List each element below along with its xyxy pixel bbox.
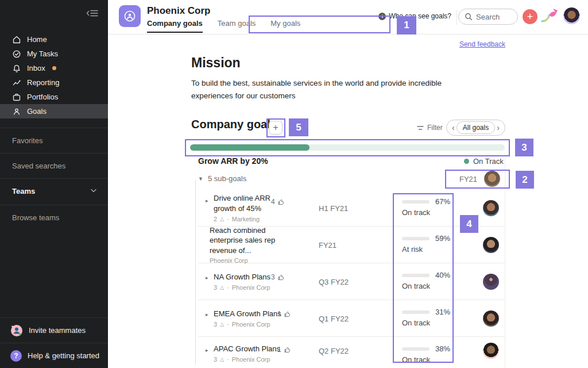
- create-button[interactable]: +: [523, 9, 537, 24]
- expand-arrow-icon[interactable]: ▸: [206, 275, 208, 281]
- likes-count[interactable]: 3: [271, 273, 285, 281]
- triangle-down-icon: ▼: [198, 176, 203, 182]
- header-divider: [457, 10, 457, 25]
- goal-row[interactable]: ▸ APAC Growth Plans 3△·Phoenix Corp 1 Q2…: [198, 337, 505, 368]
- goal-row-avatar[interactable]: [483, 274, 499, 290]
- goal-row-meta: 3△·Phoenix Corp: [214, 284, 289, 291]
- sidebar-item-inbox[interactable]: Inbox: [0, 61, 108, 75]
- filter-icon: [417, 125, 424, 131]
- sidebar-collapse-icon[interactable]: [86, 9, 99, 17]
- overall-progress-bar[interactable]: [190, 144, 505, 151]
- tree-connector-line: [195, 179, 196, 365]
- sidebar-section-browse-teams: Browse teams: [0, 205, 108, 230]
- subgoals-toggle[interactable]: ▼ 5 sub-goals: [198, 174, 246, 183]
- goal-row[interactable]: ▸ EMEA Growth Plans 3△·Phoenix Corp 1 Q1…: [198, 300, 505, 337]
- chevron-down-icon[interactable]: [91, 189, 96, 193]
- goals-app-icon: [119, 5, 141, 27]
- thumbs-up-icon: [284, 346, 291, 354]
- goal-row-meta: 3△·Phoenix Corp: [214, 321, 289, 328]
- goal-name[interactable]: Grow ARR by 20%: [198, 156, 268, 166]
- chevron-left-icon[interactable]: ‹: [452, 124, 455, 132]
- goal-status[interactable]: On Track: [464, 157, 504, 166]
- mission-text: To build the best, sustainable services …: [191, 77, 466, 103]
- goal-row-status: On track: [402, 355, 430, 364]
- search-input[interactable]: [476, 13, 510, 21]
- status-dot-icon: [464, 159, 469, 164]
- goal-row-avatar[interactable]: [483, 200, 499, 216]
- range-selector[interactable]: All goals: [457, 121, 495, 134]
- tab-company-goals[interactable]: Company goals: [147, 19, 203, 33]
- user-avatar[interactable]: [563, 7, 580, 24]
- goal-row-avatar[interactable]: [483, 310, 499, 327]
- expand-arrow-icon[interactable]: ▸: [206, 312, 208, 317]
- goal-owner-avatar[interactable]: [484, 171, 500, 187]
- send-feedback-link[interactable]: Send feedback: [459, 40, 505, 48]
- goal-row-period: Q2 FY22: [319, 347, 349, 355]
- subgoal-triangle-icon: △: [220, 356, 224, 362]
- invite-teammates-button[interactable]: +✦ Invite teammates: [0, 317, 108, 343]
- subgoal-triangle-icon: △: [220, 285, 224, 290]
- goals-page: Home My Tasks Inbox Reporting Portfolios: [0, 0, 588, 368]
- sidebar-item-label: Goals: [27, 107, 47, 116]
- sidebar-item-goals[interactable]: Goals: [0, 104, 108, 118]
- sidebar-section-favorites: Favorites: [0, 128, 108, 153]
- favorites-label[interactable]: Favorites: [0, 128, 108, 153]
- thumbs-up-icon: [284, 310, 291, 318]
- person-icon: [12, 107, 21, 116]
- browse-teams-label[interactable]: Browse teams: [0, 205, 108, 230]
- goal-time-period[interactable]: FY21: [459, 175, 477, 183]
- briefcase-icon: [12, 93, 21, 102]
- sidebar: Home My Tasks Inbox Reporting Portfolios: [0, 0, 108, 368]
- goal-row-meta: 2△·Marketing: [214, 216, 289, 223]
- search-box[interactable]: [458, 9, 518, 25]
- help-label: Help & getting started: [28, 351, 99, 360]
- goal-row-status: On track: [402, 208, 430, 217]
- likes-count[interactable]: 1: [277, 310, 291, 318]
- chevron-right-icon[interactable]: ›: [497, 124, 500, 132]
- goal-row-title[interactable]: Reach combined enterprise sales rep reve…: [210, 225, 290, 256]
- filter-button[interactable]: Filter: [417, 124, 443, 132]
- help-icon: ?: [10, 350, 22, 362]
- sidebar-item-home[interactable]: Home: [0, 32, 108, 47]
- sidebar-section-saved-searches: Saved searches: [0, 153, 108, 178]
- sidebar-item-reporting[interactable]: Reporting: [0, 75, 108, 90]
- invite-icon: +✦: [10, 324, 23, 337]
- sidebar-item-my-tasks[interactable]: My Tasks: [0, 47, 108, 61]
- tab-my-goals[interactable]: My goals: [270, 19, 300, 33]
- goal-row[interactable]: Reach combined enterprise sales rep reve…: [198, 227, 505, 263]
- sidebar-item-label: Home: [27, 35, 47, 44]
- help-button[interactable]: ? Help & getting started: [0, 343, 108, 368]
- likes-count[interactable]: 1: [277, 346, 291, 354]
- goal-row-status: On track: [402, 282, 430, 290]
- annotation-badge-1: 1: [397, 16, 416, 34]
- sidebar-item-label: My Tasks: [27, 49, 58, 58]
- sidebar-item-label: Portfolios: [27, 93, 58, 101]
- goal-row-avatar[interactable]: [483, 343, 499, 359]
- goal-row-period: Q1 FY22: [319, 314, 349, 323]
- goal-row-period: Q3 FY22: [319, 277, 349, 286]
- page-title: Phoenix Corp: [147, 5, 211, 17]
- goal-row[interactable]: ▸ NA Growth Plans 3△·Phoenix Corp 3 Q3 F…: [198, 263, 505, 300]
- sidebar-item-label: Inbox: [27, 64, 45, 72]
- goal-row-status: At risk: [402, 245, 423, 254]
- goal-row-period: H1 FY21: [319, 204, 348, 212]
- goal-tabs: Company goals Team goals My goals: [147, 19, 300, 33]
- likes-count[interactable]: 4: [271, 198, 285, 206]
- annotation-badge-5: 5: [289, 118, 308, 136]
- goal-row-avatar[interactable]: [483, 237, 499, 253]
- expand-arrow-icon[interactable]: ▸: [206, 347, 208, 353]
- home-icon: [12, 35, 21, 44]
- inbox-unread-dot: [52, 66, 56, 70]
- goal-row[interactable]: ▸ Drive online ARR growth of 45% 2△·Mark…: [198, 190, 505, 227]
- tab-team-goals[interactable]: Team goals: [218, 19, 256, 33]
- company-goals-title: Company goals: [191, 118, 277, 131]
- expand-arrow-icon[interactable]: ▸: [206, 198, 208, 204]
- saved-searches-label[interactable]: Saved searches: [0, 154, 108, 178]
- goal-row-period: FY21: [319, 240, 336, 249]
- subgoal-rows: ▸ Drive online ARR growth of 45% 2△·Mark…: [198, 190, 505, 368]
- sidebar-item-portfolios[interactable]: Portfolios: [0, 90, 108, 104]
- celebration-creature-icon[interactable]: [541, 7, 560, 24]
- add-goal-button[interactable]: +: [269, 121, 283, 135]
- invite-label: Invite teammates: [29, 326, 86, 335]
- annotation-badge-2: 2: [516, 171, 534, 189]
